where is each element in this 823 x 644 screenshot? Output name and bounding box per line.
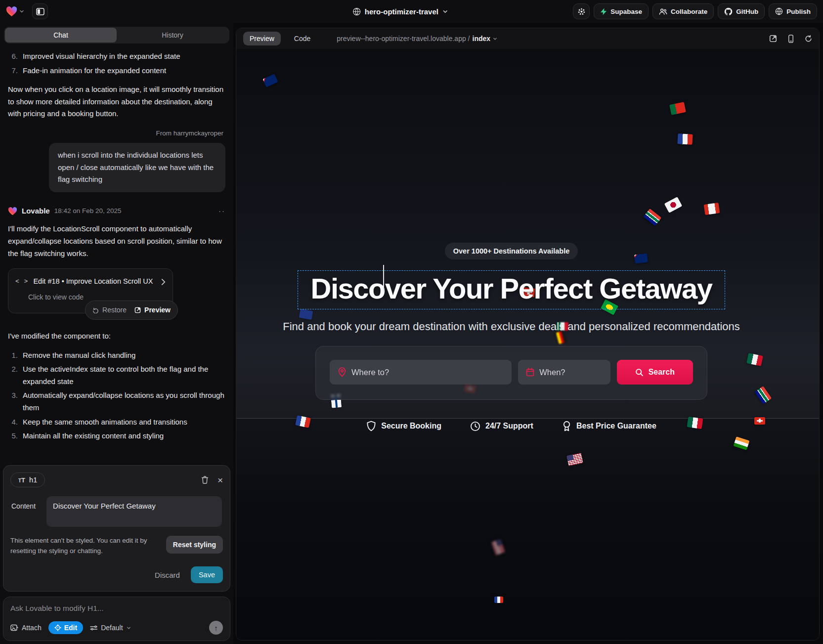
edit-mode-toggle[interactable]: Edit [48, 621, 83, 634]
chat-sidebar: Chat History 6. Improved visual hierarch… [0, 23, 233, 644]
globe-icon [352, 7, 361, 16]
feature-support: 24/7 Support [470, 421, 533, 431]
attach-button[interactable]: Attach [10, 624, 42, 632]
assistant-message-header: Lovable 18:42 on Feb 20, 2025 ·· [8, 205, 225, 217]
default-mode-select[interactable]: Default [90, 624, 130, 632]
restore-button[interactable]: Restore [92, 304, 127, 316]
reset-styling-button[interactable]: Reset styling [166, 536, 223, 554]
flag-us [491, 539, 505, 555]
chevron-right-icon [161, 279, 166, 285]
tab-code[interactable]: Code [288, 32, 317, 45]
composer-panel: Ask Lovable to modify H1... Attach [3, 597, 230, 641]
chevron-down-icon[interactable] [442, 9, 448, 14]
lovable-logo-menu[interactable] [6, 6, 24, 17]
lovable-heart-icon [8, 207, 17, 215]
feature-row: Secure Booking 24/7 Support [366, 421, 656, 431]
preview-chrome-bar: Preview Code preview--hero-optimizer-tra… [236, 28, 819, 49]
project-name[interactable]: hero-optimizer-travel [365, 7, 438, 16]
trash-icon[interactable] [201, 476, 209, 484]
shield-icon [366, 421, 376, 431]
typography-icon: TT [18, 476, 25, 484]
assistant-timestamp: 18:42 on Feb 20, 2025 [54, 206, 122, 216]
assistant-name: Lovable [22, 205, 50, 217]
external-link-icon [134, 307, 141, 313]
when-input[interactable]: When? [518, 360, 610, 385]
list-item: 1. Remove the manual click handling [8, 349, 225, 362]
send-button[interactable]: ↑ [209, 621, 223, 635]
supabase-icon [600, 8, 607, 15]
message-from-label: From harrymckayroper [10, 128, 223, 139]
preview-viewport[interactable]: Over 1000+ Destinations Available Discov… [236, 49, 819, 640]
feature-secure-booking: Secure Booking [366, 421, 441, 431]
location-pin-icon [338, 367, 347, 377]
more-menu-icon[interactable]: ·· [218, 205, 225, 217]
content-label: Content [11, 496, 36, 527]
numbered-list-top: 6. Improved visual hierarchy in the expa… [8, 50, 225, 77]
restore-preview-pill: Restore Preview [85, 301, 178, 320]
hero-title[interactable]: Discover Your Perfect Getaway [311, 272, 712, 305]
save-button[interactable]: Save [191, 566, 223, 583]
image-icon [10, 624, 18, 632]
user-message-bubble: when i scroll into the individual locati… [49, 143, 225, 192]
hero-subtitle: Find and book your dream destination wit… [283, 320, 740, 333]
chevron-down-icon [127, 626, 131, 630]
assistant-paragraph: Now when you click on a location image, … [8, 84, 225, 120]
people-icon [659, 8, 667, 15]
close-icon[interactable]: × [217, 475, 223, 485]
chevron-down-icon [19, 9, 24, 14]
tab-history[interactable]: History [117, 28, 228, 43]
globe-icon [775, 7, 783, 15]
search-card: Where to? When? [315, 346, 707, 400]
github-icon [724, 7, 733, 16]
award-icon [562, 421, 571, 431]
gear-icon [577, 7, 586, 16]
refresh-icon[interactable] [805, 35, 812, 43]
element-tag-pill[interactable]: TT h1 [10, 472, 45, 487]
preview-pane: Preview Code preview--hero-optimizer-tra… [236, 28, 820, 641]
element-editor-panel: TT h1 × Content Discover Your Perfect Ge… [3, 465, 230, 592]
clock-icon [470, 421, 480, 431]
search-icon [635, 368, 644, 377]
mobile-view-icon[interactable] [788, 35, 794, 43]
search-button[interactable]: Search [617, 360, 693, 385]
lovable-heart-icon [6, 6, 17, 17]
chevron-down-icon [493, 37, 497, 41]
app-topbar: hero-optimizer-travel Supabase [0, 0, 823, 23]
sidebar-layout-icon [36, 8, 44, 15]
flag-fr [494, 597, 503, 603]
list-item: 3. Automatically expand/collapse locatio… [8, 389, 225, 414]
where-to-input[interactable]: Where to? [330, 360, 512, 385]
discard-button[interactable]: Discard [155, 571, 180, 579]
preview-url[interactable]: preview--hero-optimizer-travel.lovable.a… [337, 35, 497, 43]
styling-helper-text: This element can't be styled. You can ed… [10, 536, 159, 557]
chat-history-tabs: Chat History [4, 27, 229, 43]
settings-button[interactable] [573, 3, 590, 19]
open-in-new-tab-icon[interactable] [769, 35, 777, 43]
flag-fr [677, 133, 693, 145]
tab-preview[interactable]: Preview [243, 32, 281, 45]
calendar-icon [526, 368, 534, 377]
preview-version-button[interactable]: Preview [134, 304, 171, 316]
text-cursor [383, 265, 384, 293]
sliders-icon [90, 625, 97, 631]
code-icon: < > [15, 276, 28, 287]
collaborate-button[interactable]: Collaborate [652, 3, 714, 19]
content-input[interactable]: Discover Your Perfect Getaway [46, 496, 222, 527]
sidebar-toggle-button[interactable] [32, 3, 48, 19]
assistant-paragraph: I'll modify the LocationScroll component… [8, 223, 225, 259]
chat-scroll-area[interactable]: 6. Improved visual hierarchy in the expa… [0, 43, 233, 463]
flag-in [734, 436, 750, 450]
composer-input[interactable]: Ask Lovable to modify H1... [10, 604, 223, 613]
supabase-button[interactable]: Supabase [594, 3, 649, 19]
github-button[interactable]: GitHub [718, 3, 765, 19]
flag-us [566, 453, 583, 466]
assistant-paragraph: I've modified the component to: [8, 330, 225, 343]
selected-element-outline[interactable]: Discover Your Perfect Getaway [298, 270, 726, 309]
publish-button[interactable]: Publish [769, 3, 817, 19]
arrow-up-icon: ↑ [214, 624, 218, 632]
tab-chat[interactable]: Chat [5, 28, 117, 43]
restore-icon [92, 307, 99, 313]
list-item: 4. Keep the same smooth animations and t… [8, 416, 225, 429]
list-item: 7. Fade-in animation for the expanded co… [8, 65, 225, 77]
numbered-list-bottom: 1. Remove the manual click handling 2. U… [8, 349, 225, 442]
